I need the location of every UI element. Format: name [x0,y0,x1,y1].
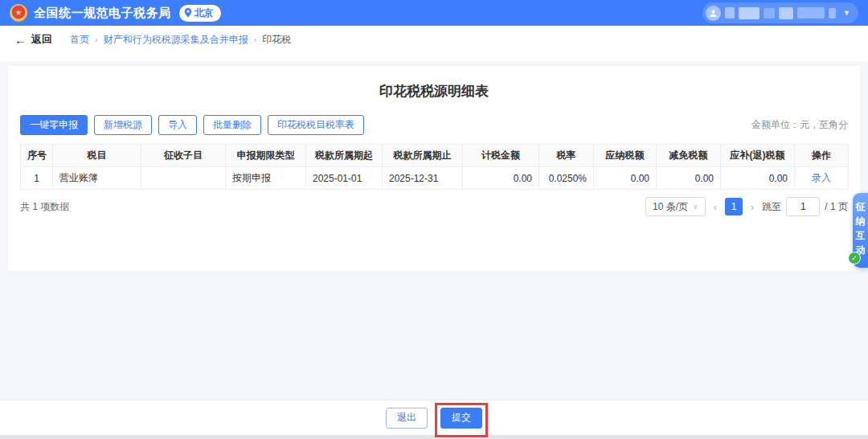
col-header-taxable-amount: 计税金额 [463,145,539,167]
col-header-index: 序号 [21,145,53,167]
breadcrumb-separator: › [95,35,98,44]
one-click-zero-declaration-button[interactable]: 一键零申报 [20,115,88,135]
jump-page-input[interactable] [786,197,820,216]
batch-delete-button[interactable]: 批量删除 [203,115,261,135]
amount-unit-note: 金额单位：元，至角分 [751,118,848,132]
redacted-username-block [779,7,793,19]
user-avatar-icon [706,6,721,21]
tax-interaction-label: 征纳互动 [856,201,866,256]
page-title: 印花税税源明细表 [8,66,860,101]
col-header-period-start: 税款所属期起 [306,145,383,167]
app-title: 全国统一规范电子税务局 [34,6,171,21]
breadcrumb-item-collection[interactable]: 财产和行为税税源采集及合并申报 [104,33,248,47]
redacted-username-block [797,7,825,18]
next-page-button[interactable]: › [749,201,755,213]
redacted-username-block [764,8,775,18]
total-count-label: 共 1 项数据 [20,200,69,214]
page-jump: 跳至 / 1 页 [762,197,848,216]
check-icon: ✓ [848,252,861,265]
page-number-1[interactable]: 1 [725,198,743,215]
cell-tax-rate: 0.0250% [539,167,594,190]
cell-index: 1 [21,167,53,190]
col-header-actions: 操作 [795,145,849,167]
chevron-down-icon: ▼ [843,9,850,17]
col-header-period-end: 税款所属期止 [383,145,463,167]
tax-interaction-widget[interactable]: 征纳互动 ✓ [853,193,868,268]
pagination-row: 共 1 项数据 10 条/页 ∨ ‹ 1 › 跳至 / 1 页 [20,197,848,216]
cell-sub-item [141,167,226,190]
back-label: 返回 [31,32,52,47]
breadcrumb-separator: › [254,35,257,44]
stamp-tax-source-card: 印花税税源明细表 一键零申报 新增税源 导入 批量删除 印花税税目税率表 金额单… [8,66,860,271]
back-button[interactable]: ← 返回 [14,32,52,47]
import-button[interactable]: 导入 [158,115,197,135]
location-label: 北京 [194,6,214,20]
add-tax-source-button[interactable]: 新增税源 [94,115,152,135]
submit-button-wrap: 提交 [440,408,482,429]
top-header: ★ 全国统一规范电子税务局 北京 ▼ [0,0,868,26]
tax-source-table: 序号 税目 征收子目 申报期限类型 税款所属期起 税款所属期止 计税金额 税率 … [20,144,849,190]
tax-bureau-emblem-icon: ★ [10,4,27,22]
cell-tax-reduction: 0.00 [657,167,721,190]
col-header-tax-supplement: 应补(退)税额 [721,145,795,167]
redacted-username-block [725,7,735,18]
app-root: ★ 全国统一规范电子税务局 北京 ▼ ← 返回 首页 [0,0,868,439]
stamp-tax-rate-table-button[interactable]: 印花税税目税率表 [268,115,364,135]
cell-period-type: 按期申报 [226,167,306,190]
col-header-sub-item: 征收子目 [141,145,226,167]
submit-button[interactable]: 提交 [440,408,482,429]
cell-tax-payable: 0.00 [594,167,657,190]
location-badge[interactable]: 北京 [179,5,221,22]
col-header-tax-rate: 税率 [539,145,594,167]
jump-label: 跳至 [762,200,781,214]
table-row: 1 营业账簿 按期申报 2025-01-01 2025-12-31 0.00 0… [21,167,849,190]
bottom-edge-strip [0,435,868,439]
footer-action-bar: 退出 提交 [0,400,868,435]
exit-button[interactable]: 退出 [386,408,428,429]
cell-tax-supplement: 0.00 [721,167,795,190]
redacted-username-block [829,8,836,18]
toolbar: 一键零申报 新增税源 导入 批量删除 印花税税目税率表 金额单位：元，至角分 [20,115,848,135]
breadcrumb-item-current: 印花税 [262,33,291,47]
page-size-select[interactable]: 10 条/页 ∨ [645,197,706,216]
breadcrumb: 首页 › 财产和行为税税源采集及合并申报 › 印花税 [70,33,291,47]
page-count-label: / 1 页 [825,200,848,214]
user-account-menu[interactable]: ▼ [702,2,858,23]
breadcrumb-item-home[interactable]: 首页 [70,33,89,47]
col-header-period-type: 申报期限类型 [226,145,306,167]
cell-tax-item: 营业账簿 [53,167,141,190]
pagination-controls: 10 条/页 ∨ ‹ 1 › 跳至 / 1 页 [645,197,848,216]
col-header-tax-item: 税目 [53,145,141,167]
prev-page-button[interactable]: ‹ [712,201,719,213]
cell-period-start: 2025-01-01 [306,167,383,190]
row-entry-link[interactable]: 录入 [812,172,831,183]
cell-taxable-amount: 0.00 [463,167,539,190]
table-header-row: 序号 税目 征收子目 申报期限类型 税款所属期起 税款所属期止 计税金额 税率 … [21,145,849,167]
redacted-username-block [739,7,760,19]
col-header-tax-reduction: 减免税额 [657,145,721,167]
chevron-down-icon: ∨ [693,203,698,211]
breadcrumb-bar: ← 返回 首页 › 财产和行为税税源采集及合并申报 › 印花税 [0,26,868,61]
cell-period-end: 2025-12-31 [383,167,463,190]
back-arrow-icon: ← [14,33,27,47]
col-header-tax-payable: 应纳税额 [594,145,657,167]
location-pin-icon [184,8,192,18]
page-size-value: 10 条/页 [653,200,688,214]
